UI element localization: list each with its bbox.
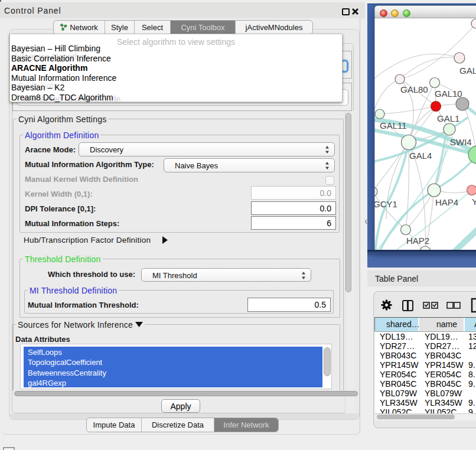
svg-text:GCY1: GCY1 bbox=[374, 199, 397, 209]
svg-text:HAP2: HAP2 bbox=[406, 236, 429, 246]
svg-text:GAL11: GAL11 bbox=[380, 120, 407, 131]
svg-text:SWI4: SWI4 bbox=[450, 137, 472, 147]
svg-text:GAL1: GAL1 bbox=[437, 113, 459, 123]
svg-text:Y: Y bbox=[472, 197, 476, 207]
svg-text:GAL4: GAL4 bbox=[409, 151, 432, 161]
svg-text:GAL: GAL bbox=[459, 66, 476, 76]
svg-text:GAL10: GAL10 bbox=[435, 89, 462, 99]
svg-text:HAP4: HAP4 bbox=[435, 197, 458, 207]
svg-text:GAL80: GAL80 bbox=[400, 84, 428, 94]
